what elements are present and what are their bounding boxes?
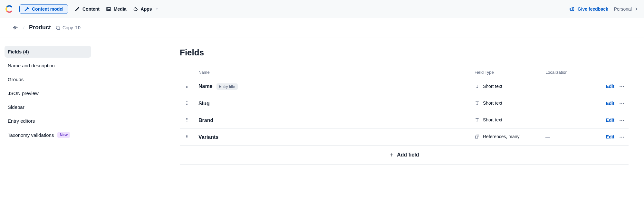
sidebar-item-2[interactable]: Groups xyxy=(5,73,91,85)
nav-apps[interactable]: Apps xyxy=(133,6,159,12)
more-button[interactable] xyxy=(619,84,625,90)
sidebar-item-5[interactable]: Entry editors xyxy=(5,115,91,127)
copy-id-button[interactable]: Copy ID xyxy=(55,25,81,30)
sidebar-item-4[interactable]: Sidebar xyxy=(5,101,91,113)
plus-icon xyxy=(389,152,394,157)
chevron-right-icon xyxy=(634,6,639,12)
nav-media[interactable]: Media xyxy=(106,6,127,12)
field-name: Brand xyxy=(198,118,213,123)
wrench-icon xyxy=(24,6,29,12)
sidebar-item-label: Name and description xyxy=(8,63,55,68)
new-badge: New xyxy=(57,132,70,138)
sidebar-item-6[interactable]: Taxonomy validationsNew xyxy=(5,129,91,141)
table-row: NameEntry titleShort text—Edit xyxy=(180,78,629,95)
col-name: Name xyxy=(195,67,471,78)
edit-button[interactable]: Edit xyxy=(606,84,614,89)
reference-icon xyxy=(475,134,480,139)
copy-icon xyxy=(55,25,61,30)
field-type: Short text xyxy=(483,100,502,106)
drag-handle[interactable] xyxy=(185,117,190,122)
id-label: ID xyxy=(75,25,81,30)
give-feedback-label: Give feedback xyxy=(578,6,608,12)
sidebar-item-3[interactable]: JSON preview xyxy=(5,87,91,99)
entry-title-badge: Entry title xyxy=(216,83,238,90)
field-name: Slug xyxy=(198,101,210,106)
edit-button[interactable]: Edit xyxy=(606,134,614,139)
arrow-left-icon xyxy=(12,24,19,31)
field-name: Variants xyxy=(198,134,218,140)
localization-value: — xyxy=(545,135,550,140)
nav-apps-label: Apps xyxy=(141,6,152,12)
col-type: Field Type xyxy=(471,67,542,78)
page-title-crumb: Product xyxy=(29,24,51,31)
more-button[interactable] xyxy=(619,134,625,140)
add-field-button[interactable]: Add field xyxy=(184,151,625,159)
sidebar-item-0[interactable]: Fields (4) xyxy=(5,46,91,58)
add-field-label: Add field xyxy=(397,152,419,158)
sidebar-item-label: Entry editors xyxy=(8,118,35,124)
sidebar-item-1[interactable]: Name and description xyxy=(5,60,91,71)
drag-handle[interactable] xyxy=(185,134,190,139)
nav-content[interactable]: Content xyxy=(75,6,100,12)
field-type: References, many xyxy=(483,134,520,139)
field-name: Name xyxy=(198,83,213,89)
breadcrumb-separator: / xyxy=(23,25,24,30)
col-loc: Localization xyxy=(542,67,593,78)
logo xyxy=(5,5,14,13)
sidebar: Fields (4)Name and descriptionGroupsJSON… xyxy=(0,37,96,208)
sidebar-item-label: Taxonomy validations xyxy=(8,132,54,138)
field-type: Short text xyxy=(483,84,502,89)
megaphone-icon xyxy=(569,6,575,12)
pen-icon xyxy=(75,6,80,12)
text-icon xyxy=(475,84,480,89)
back-button[interactable] xyxy=(12,24,19,31)
table-row: BrandShort text—Edit xyxy=(180,112,629,129)
fields-table: Name Field Type Localization NameEntry t… xyxy=(180,67,629,165)
sidebar-item-label: Sidebar xyxy=(8,104,24,110)
space-switcher[interactable]: Personal xyxy=(614,6,639,12)
field-type: Short text xyxy=(483,117,502,122)
edit-button[interactable]: Edit xyxy=(606,118,614,123)
localization-value: — xyxy=(545,101,550,106)
puzzle-icon xyxy=(133,6,138,12)
give-feedback-link[interactable]: Give feedback xyxy=(569,6,608,12)
nav-content-label: Content xyxy=(82,6,100,12)
more-button[interactable] xyxy=(619,101,625,107)
localization-value: — xyxy=(545,118,550,123)
localization-value: — xyxy=(545,84,550,89)
nav-content-model[interactable]: Content model xyxy=(19,4,68,14)
text-icon xyxy=(475,117,480,122)
drag-handle[interactable] xyxy=(185,84,190,89)
section-title: Fields xyxy=(180,48,629,58)
content-area: Fields Name Field Type Localization Name… xyxy=(96,37,644,208)
space-name: Personal xyxy=(614,6,632,12)
caret-down-icon xyxy=(155,7,159,11)
image-icon xyxy=(106,6,111,12)
nav-content-model-label: Content model xyxy=(32,6,63,12)
nav-media-label: Media xyxy=(114,6,127,12)
table-row: SlugShort text—Edit xyxy=(180,95,629,112)
top-nav: Content model Content Media Apps Give fe… xyxy=(0,0,644,18)
sidebar-item-label: Fields (4) xyxy=(8,49,29,54)
copy-label: Copy xyxy=(62,25,73,30)
table-row: VariantsReferences, many—Edit xyxy=(180,129,629,146)
edit-button[interactable]: Edit xyxy=(606,101,614,106)
sidebar-item-label: Groups xyxy=(8,77,24,82)
drag-handle[interactable] xyxy=(185,100,190,106)
text-icon xyxy=(475,100,480,106)
more-button[interactable] xyxy=(619,118,625,123)
sidebar-item-label: JSON preview xyxy=(8,90,39,96)
breadcrumb-bar: / Product Copy ID xyxy=(0,18,644,37)
